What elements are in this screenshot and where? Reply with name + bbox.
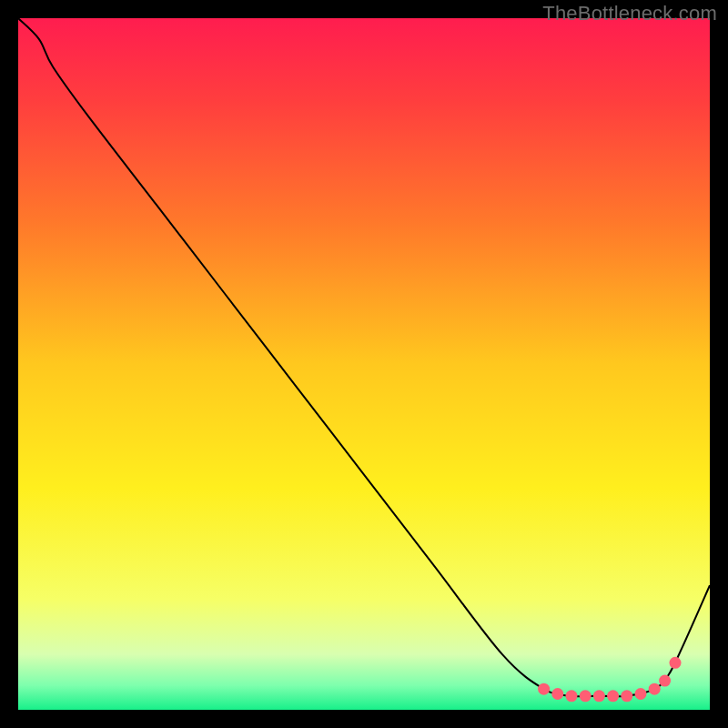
valley-marker	[659, 675, 671, 687]
valley-marker	[635, 688, 647, 700]
valley-marker	[580, 690, 592, 702]
plot-area	[18, 18, 710, 710]
valley-marker	[538, 683, 550, 695]
valley-marker	[566, 690, 578, 702]
valley-marker	[593, 690, 605, 702]
gradient-background	[18, 18, 710, 710]
valley-marker	[607, 690, 619, 702]
chart-svg	[18, 18, 710, 710]
valley-marker	[551, 688, 563, 700]
watermark-text: TheBottleneck.com	[542, 2, 717, 25]
valley-marker	[670, 657, 682, 669]
valley-marker	[621, 690, 632, 702]
valley-marker	[649, 683, 661, 695]
chart-frame: TheBottleneck.com	[0, 0, 728, 728]
